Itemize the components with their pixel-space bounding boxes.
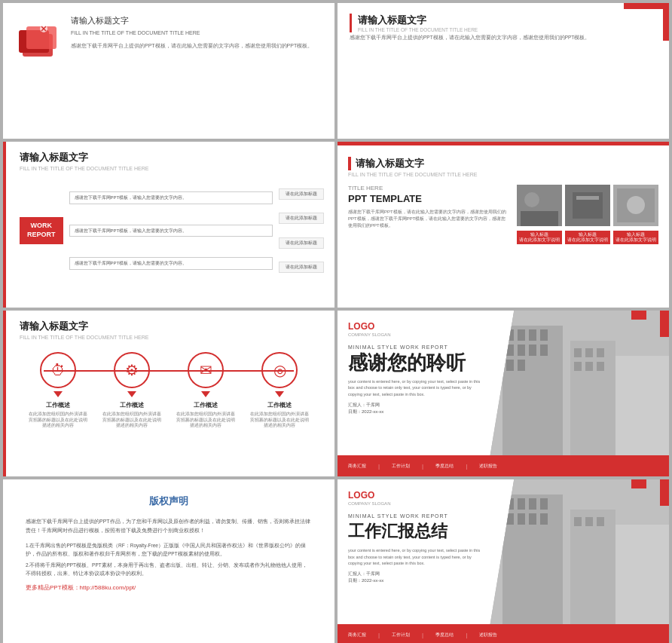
slide6-sep-3: | — [466, 463, 467, 470]
slide3-work-report: WORK REPORT — [20, 182, 63, 280]
slide5-icons-row: ⏱ 工作概述 在此添加您组织国内外演讲嘉宾招募的标题以及在此处说明描述的相关内容… — [14, 352, 324, 429]
slide4-img-label-3: 输入标题请在此添加文字说明 — [613, 231, 658, 244]
slide2-red-corner-top — [624, 3, 669, 9]
svg-rect-30 — [597, 348, 604, 357]
slide8-slogan: COMPANY SLOGAN — [348, 501, 484, 506]
slide8-tag-2: 工作计划 — [392, 632, 410, 638]
slide8-red-accent-1 — [631, 479, 646, 488]
svg-rect-37 — [506, 498, 514, 510]
svg-rect-8 — [521, 211, 558, 226]
slide6-content: LOGO COMPANY SLOGAN MINIMAL STYLE WORK R… — [348, 321, 484, 415]
slide6-main-title: 感谢您的聆听 — [348, 353, 484, 372]
slide4-label-row: 输入标题请在此添加文字说明 输入标题请在此添加文字说明 输入标题请在此添加文字说… — [517, 231, 658, 244]
slide6-tag-2: 工作计划 — [392, 463, 410, 470]
slide8-sep-2: | — [422, 632, 423, 638]
slide2-header: 请输入标题文字 FILL IN THE TITLE OF THE DOCUMEN… — [350, 14, 657, 32]
slide8-bg-building — [487, 479, 669, 643]
slide5-item-2: ⚙ 工作概述 在此添加您组织国内外演讲嘉宾招募的标题以及在此处说明描述的相关内容 — [102, 352, 162, 429]
svg-rect-41 — [506, 513, 514, 525]
svg-rect-19 — [529, 329, 536, 341]
slide-8: LOGO COMPANY SLOGAN MINIMAL STYLE WORK R… — [338, 479, 669, 643]
slide4-text: TITLE HERE PPT TEMPLATE 感谢您下载千库网PPT模板，请在… — [348, 185, 509, 229]
slide8-bottom-bar: 商务汇报 | 工作计划 | 季度总结 | 述职报告 — [338, 624, 669, 643]
slide4-red-top — [338, 142, 669, 145]
slide5-desc-1: 在此添加您组织国内外演讲嘉宾招募的标题以及在此处说明描述的相关内容 — [28, 412, 88, 429]
svg-rect-45 — [570, 510, 615, 643]
slide5-title-2: 工作概述 — [120, 402, 144, 409]
slide2-body: 感谢您下载千库网平台上提供的PPT模板，请在此输入您需要的文字内容，感谢您使用我… — [350, 34, 657, 41]
slide6-bottom-bar: 商务汇报 | 工作计划 | 季度总结 | 述职报告 — [338, 455, 669, 476]
slide1-title: 请输入标题文字 — [71, 15, 322, 26]
slide8-logo: LOGO — [348, 490, 484, 501]
slide-2: 请输入标题文字 FILL IN THE TITLE OF THE DOCUMEN… — [338, 3, 669, 139]
svg-rect-28 — [574, 348, 582, 357]
svg-rect-38 — [518, 498, 525, 510]
slide5-desc-3: 在此添加您组织国内外演讲嘉宾招募的标题以及在此处说明描述的相关内容 — [176, 412, 236, 429]
slide3-branch-labels: 请在此添加标题 请在此添加标题 请在此添加标题 请在此添加标题 — [279, 182, 324, 280]
slide4-ppt-label: TITLE HERE — [348, 185, 509, 191]
slide5-arrow-1 — [53, 391, 63, 397]
svg-rect-39 — [529, 498, 536, 510]
slide4-img-2 — [565, 185, 610, 226]
slide-3: 请输入标题文字 FILL IN THE TITLE OF THE DOCUMEN… — [3, 142, 334, 308]
svg-rect-21 — [506, 344, 514, 356]
slide3-flow-items: 感谢您下载千库网PPT模板，请输入您需要的文字内容。 感谢您下载千库网PPT模板… — [69, 182, 273, 280]
slide-5: 请输入标题文字 FILL IN THE TITLE OF THE DOCUMEN… — [3, 311, 334, 476]
svg-rect-24 — [540, 344, 548, 356]
slide6-body: your content is entered here, or by copy… — [348, 378, 484, 397]
slide5-red-bar — [3, 311, 6, 476]
slide5-item-3: ✉ 工作概述 在此添加您组织国内外演讲嘉宾招募的标题以及在此处说明描述的相关内容 — [176, 352, 236, 429]
slide6-logo: LOGO — [348, 321, 484, 332]
slide6-tag-1: 商务汇报 — [348, 463, 366, 470]
svg-rect-48 — [597, 517, 604, 526]
slide1-subtitle: FILL IN THE TITLE OF THE DOCUMENT TITLE … — [71, 29, 322, 38]
slide-1: 请输入标题文字 FILL IN THE TITLE OF THE DOCUMEN… — [3, 3, 334, 139]
slide3-branch-4: 请在此添加标题 — [279, 262, 324, 273]
svg-rect-43 — [529, 513, 536, 525]
slide5-title-4: 工作概述 — [267, 402, 292, 409]
slide3-flow-item-2: 感谢您下载千库网PPT模板，请输入您需要的文字内容。 — [69, 225, 273, 237]
svg-point-14 — [627, 196, 645, 214]
slide5-arrow-4 — [275, 391, 284, 397]
svg-rect-46 — [574, 517, 582, 526]
slide1-icon — [15, 23, 60, 67]
slide7-more: 更多精品PPT模板：http://588ku.com/ppt/ — [26, 583, 312, 592]
slide4-img-1 — [517, 185, 562, 226]
svg-rect-31 — [574, 362, 582, 371]
slide5-item-4: ◎ 工作概述 在此添加您组织国内外演讲嘉宾招募的标题以及在此处说明描述的相关内容 — [249, 352, 310, 429]
slide6-sep-2: | — [422, 463, 423, 470]
slide5-arrow-2 — [127, 391, 136, 397]
slide5-desc-2: 在此添加您组织国内外演讲嘉宾招募的标题以及在此处说明描述的相关内容 — [102, 412, 162, 429]
slide8-subtitle: MINIMAL STYLE WORK REPORT — [348, 513, 484, 519]
slide3-label2: REPORT — [27, 231, 56, 238]
slide7-item-1: 1.在千库网出售的PPT模板是免版税类（RF：Royalty-Free）正版版《… — [26, 541, 312, 558]
slide3-flow-item-3: 感谢您下载千库网PPT模板，请输入您需要的文字内容。 — [69, 257, 273, 269]
slide8-sep-3: | — [466, 632, 467, 638]
slide8-tag-3: 季度总结 — [435, 632, 454, 638]
slide8-content: LOGO COMPANY SLOGAN MINIMAL STYLE WORK R… — [348, 490, 484, 584]
slide6-subtitle: MINIMAL STYLE WORK REPORT — [348, 344, 484, 350]
slide8-author: 汇报人：千库网 — [348, 571, 484, 577]
svg-rect-22 — [518, 344, 525, 356]
slide8-body: your content is entered here, or by copy… — [348, 547, 484, 566]
slide5-title-1: 工作概述 — [46, 402, 70, 409]
slide6-author: 汇报人：千库网 — [348, 402, 484, 409]
slide2-title: 请输入标题文字 — [358, 14, 657, 27]
slide4-img-3 — [613, 185, 658, 226]
slide4-title: 请输入标题文字 — [348, 157, 658, 170]
svg-rect-17 — [506, 329, 514, 341]
slide2-red-corner-side — [663, 3, 669, 41]
slide7-intro: 感谢您下载千库网平台上提供的PPT作品，为了您和千库网以及原创作者的利益，请勿复… — [26, 517, 312, 535]
slide3-subtitle: FILL IN THE TITLE OF THE DOCUMENT TITLE … — [14, 166, 324, 171]
slide3-branch-2: 请在此添加标题 — [279, 213, 324, 224]
svg-rect-23 — [529, 344, 536, 356]
slide-6: LOGO COMPANY SLOGAN MINIMAL STYLE WORK R… — [338, 311, 669, 476]
slide5-title: 请输入标题文字 — [14, 320, 324, 333]
svg-rect-44 — [540, 513, 548, 525]
slide8-date: 日期：2022-xx-xx — [348, 577, 484, 584]
svg-rect-40 — [540, 498, 548, 510]
slide5-arrow-3 — [201, 391, 210, 397]
svg-rect-26 — [518, 360, 525, 371]
slide2-subtitle: FILL IN THE TITLE OF THE DOCUMENT TITLE … — [358, 27, 657, 32]
slide4-img-row — [517, 185, 658, 226]
